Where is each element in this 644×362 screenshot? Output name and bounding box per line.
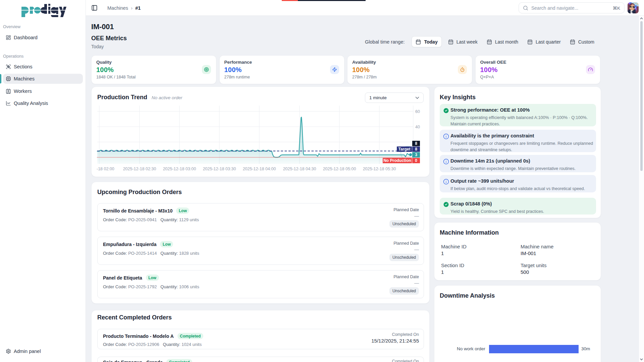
svg-text:2025-12-18 05:30: 2025-12-18 05:30 [363,167,396,171]
svg-text:2025-12-18 02:30: 2025-12-18 02:30 [123,167,156,171]
svg-text:2025-12-18 03:00: 2025-12-18 03:00 [163,167,196,171]
svg-text:2025-12-18 05:00: 2025-12-18 05:00 [323,167,356,171]
svg-text:No Production: No Production [383,158,411,163]
svg-text:40: 40 [415,125,420,129]
svg-text:2025-12-18 04:30: 2025-12-18 04:30 [283,167,316,171]
svg-text:2025-12-18 03:30: 2025-12-18 03:30 [203,167,236,171]
svg-text:2025-12-18 04:00: 2025-12-18 04:00 [243,167,276,171]
svg-text:3: 3 [415,153,417,157]
svg-text:-18 02:00: -18 02:00 [97,167,114,171]
svg-text:Target: Target [398,147,411,152]
svg-text:60: 60 [415,109,420,114]
svg-text:8: 8 [415,141,417,146]
svg-text:8: 8 [415,147,417,152]
svg-text:0: 0 [415,158,417,163]
